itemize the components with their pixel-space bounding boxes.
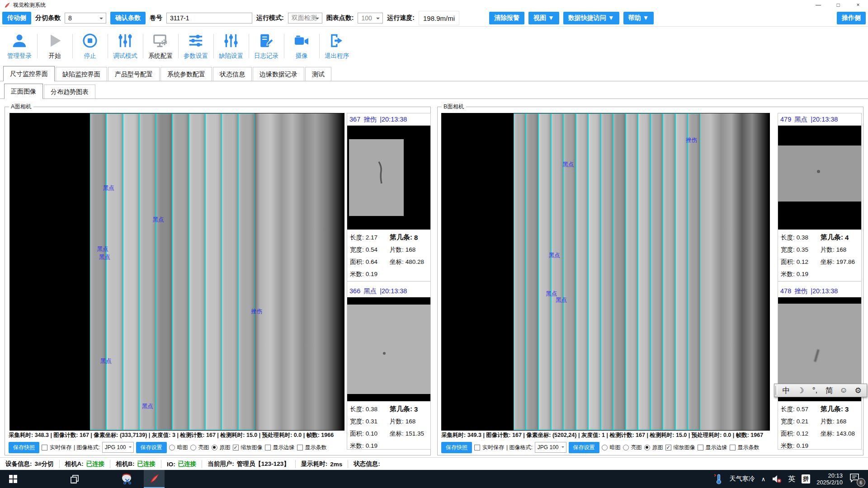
admin-login-button[interactable]: 管理登录 [2,27,37,66]
defect-card[interactable]: 366 黑点 |20:13:38 长度:0.38 第几条:3 宽度:0.31 片… [347,285,430,453]
bright-image-radio[interactable] [623,445,629,450]
strip-label: 第几条: [821,233,843,242]
tab-edge-data-record[interactable]: 边缘数据记录 [253,67,304,81]
tab-size-monitor[interactable]: 尺寸监控界面 [3,66,55,81]
start-button[interactable] [3,470,24,488]
defect-card[interactable]: 367 挫伤 |20:13:38 长度:2.17 第几条:8 宽度:0.54 片… [347,113,430,282]
bright-image-radio[interactable] [190,445,196,450]
exit-program-button[interactable]: 退出程序 [319,27,354,66]
tab-product-model-config[interactable]: 产品型号配置 [108,67,160,81]
dark-image-radio[interactable] [169,445,175,450]
defect-thumbnail[interactable] [778,126,861,230]
save-settings-button[interactable]: 保存设置 [569,442,599,453]
camera-b-image[interactable]: 黑点挫伤黑点黑点黑点 [441,113,770,431]
punctuation-icon[interactable]: °, [808,386,822,395]
thermometer-icon[interactable] [713,474,723,484]
original-image-label: 原图 [220,444,231,451]
show-edge-checkbox[interactable] [698,445,703,450]
ime-drag-handle[interactable] [775,386,778,395]
length-value: 0.38 [797,234,808,241]
defect-annotation: 挫伤 [686,136,697,144]
realtime-save-checkbox[interactable] [42,445,47,450]
maximize-button[interactable]: □ [828,0,848,10]
quick-access-menu-button[interactable]: 数据快捷访问 ▼ [563,12,619,24]
snipping-tool-app-button[interactable] [117,470,137,488]
start-button[interactable]: 开始 [37,27,72,66]
chart-points-select[interactable]: 100 [358,13,383,23]
task-view-button[interactable] [64,470,85,488]
weather-text[interactable]: 天气寒冷 [730,475,755,483]
camera-record-button[interactable]: 摄像 [284,27,319,66]
simplified-chinese-indicator[interactable]: 简 [822,385,836,396]
clock[interactable]: 20:13 2025/2/10 [816,472,843,486]
stop-button[interactable]: 停止 [72,27,108,66]
defect-thumbnail[interactable] [347,297,430,401]
original-image-radio[interactable] [212,445,217,450]
debug-mode-button[interactable]: 调试模式 [108,27,143,66]
dark-image-radio[interactable] [602,445,608,450]
ime-logo[interactable]: 拼 [802,474,810,483]
width-label: 宽度: [350,246,364,254]
run-mode-select[interactable]: 双面检测 [288,13,322,23]
close-button[interactable]: × [848,0,868,10]
defect-id: 367 [349,116,360,123]
image-format-select[interactable]: JPG 100 [102,442,134,453]
area-label: 面积: [781,430,795,438]
chinese-mode-indicator[interactable]: 中 [779,385,793,396]
system-config-button[interactable]: 系统配置 [143,27,178,66]
tab-front-image[interactable]: 正面图像 [4,84,43,99]
width-label: 宽度: [781,246,795,254]
length-value: 0.57 [797,406,808,413]
confirm-count-button[interactable]: 确认条数 [110,12,146,24]
meter-label: 米数: [350,442,364,450]
save-settings-button[interactable]: 保存设置 [136,442,167,453]
smiley-icon[interactable]: ☺ [837,386,850,395]
save-snapshot-button[interactable]: 保存快照 [441,442,472,453]
vision-app-taskbar-button[interactable] [144,470,165,488]
area-label: 面积: [350,258,364,266]
clear-alarm-button[interactable]: 清除报警 [489,12,524,24]
device-info-label: 设备信息: [5,460,32,468]
realtime-save-label: 实时保存 [50,444,71,451]
defect-settings-button[interactable]: 缺陷设置 [213,27,249,66]
window-title: 视觉检测系统 [13,1,46,9]
camera-a-image[interactable]: 黑点黑点黑点黑点挫伤黑点黑点 [9,113,344,431]
show-edge-checkbox[interactable] [265,445,271,450]
tab-distribution-trend-chart[interactable]: 分布趋势图表 [44,84,95,99]
tray-expand-chevron[interactable]: ∧ [761,476,766,483]
tab-system-param-config[interactable]: 系统参数配置 [160,67,212,81]
log-record-button[interactable]: 日志记录 [249,27,284,66]
view-menu-button[interactable]: 视图 ▼ [528,12,559,24]
operator-side-button[interactable]: 操作侧 [837,12,866,24]
ime-language-bar[interactable]: 中 ☽ °, 简 ☺ ⚙ [774,384,867,397]
minimize-button[interactable]: — [808,0,828,10]
zoom-image-checkbox[interactable] [233,445,239,450]
parameter-settings-button[interactable]: 参数设置 [178,27,213,66]
defect-thumbnail[interactable] [347,126,430,230]
original-image-radio[interactable] [644,445,650,450]
zoom-image-checkbox[interactable] [665,445,671,450]
drive-side-button[interactable]: 传动侧 [2,12,31,24]
realtime-save-checkbox[interactable] [474,445,480,450]
defect-card[interactable]: 479 黑点 |20:13:38 长度:0.38 第几条:4 宽度:0.35 片… [778,113,861,282]
show-strip-count-checkbox[interactable] [297,445,303,450]
defect-card[interactable]: 478 挫伤 |20:13:38 长度:0.57 第几条:3 宽度:0.21 片… [778,285,861,453]
tab-test[interactable]: 测试 [305,67,331,81]
help-menu-button[interactable]: 帮助 ▼ [623,12,654,24]
tab-defect-monitor[interactable]: 缺陷监控界面 [56,67,107,81]
slit-count-select[interactable]: 8 [65,13,106,23]
language-mode-indicator[interactable]: 英 [788,474,795,484]
film-strip [601,113,613,430]
image-format-select[interactable]: JPG 100 [535,442,566,453]
settings-gear-icon[interactable]: ⚙ [851,386,865,395]
save-snapshot-button[interactable]: 保存快照 [9,442,39,453]
tab-status-info[interactable]: 状态信息 [213,67,252,81]
play-icon [47,33,63,49]
notification-center-button[interactable]: 6 [849,473,863,485]
roll-number-input[interactable] [166,13,252,23]
show-strip-count-checkbox[interactable] [730,445,736,450]
defect-info: 长度:0.57 第几条:3 宽度:0.21 片数:168 面积:0.12 坐标:… [778,401,861,453]
io-conn-status: 已连接 [178,460,197,468]
moon-fullwidth-icon[interactable]: ☽ [794,386,807,395]
speaker-muted-icon[interactable] [772,474,782,483]
